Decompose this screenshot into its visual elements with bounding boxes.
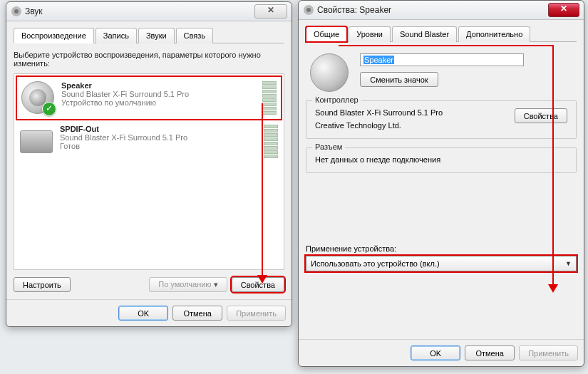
apply-button[interactable]: Применить	[519, 346, 578, 360]
titlebar[interactable]: Свойства: Speaker ✕	[299, 1, 584, 20]
level-meter	[264, 125, 278, 158]
jack-info: Нет данных о гнезде подключения	[315, 155, 567, 164]
usage-section: Применение устройства: Использовать это …	[306, 244, 577, 271]
ok-button[interactable]: OK	[411, 346, 460, 360]
window-title: Звук	[25, 6, 254, 16]
group-title: Разъем	[312, 142, 345, 151]
speaker-icon: ✓	[21, 81, 54, 114]
close-button[interactable]: ✕	[548, 3, 579, 17]
device-driver: Sound Blaster X-Fi Surround 5.1 Pro	[60, 133, 257, 142]
dialog-buttons: OK Отмена Применить	[299, 339, 584, 366]
controller-group: Контроллер Sound Blaster X-Fi Surround 5…	[306, 100, 577, 139]
configure-button[interactable]: Настроить	[14, 277, 71, 292]
speaker-icon	[303, 4, 314, 16]
usage-selected: Использовать это устройство (вкл.)	[311, 259, 440, 268]
tabs: Воспроизведение Запись Звуки Связь	[14, 27, 284, 43]
bottom-buttons: Настроить По умолчанию Свойства	[14, 277, 284, 292]
close-button[interactable]: ✕	[254, 4, 287, 19]
sound-icon	[11, 6, 22, 17]
controller-name: Sound Blaster X-Fi Surround 5.1 Pro	[315, 108, 509, 117]
device-name: SPDIF-Out	[60, 125, 257, 133]
svg-point-3	[306, 8, 311, 12]
spdif-icon	[20, 130, 53, 153]
properties-window: Свойства: Speaker ✕ Общие Уровни Sound B…	[298, 0, 584, 367]
device-row-speaker[interactable]: ✓ Speaker Sound Blaster X-Fi Surround 5.…	[17, 77, 281, 119]
jack-group: Разъем Нет данных о гнезде подключения	[306, 147, 577, 173]
device-name-input[interactable]: Speaker	[360, 53, 524, 66]
cancel-button[interactable]: Отмена	[465, 346, 515, 360]
device-status: Устройство по умолчанию	[61, 98, 255, 107]
svg-point-1	[14, 9, 19, 14]
sound-window: Звук ✕ Воспроизведение Запись Звуки Связ…	[6, 1, 292, 327]
dialog-buttons: OK Отмена Применить	[6, 299, 292, 326]
group-title: Контроллер	[312, 95, 361, 104]
tab-levels[interactable]: Уровни	[349, 26, 391, 42]
controller-vendor: Creative Technology Ltd.	[315, 121, 509, 130]
titlebar[interactable]: Звук ✕	[6, 2, 292, 21]
apply-button[interactable]: Применить	[227, 306, 286, 321]
tab-playback[interactable]: Воспроизведение	[14, 28, 94, 43]
tab-soundblaster[interactable]: Sound Blaster	[392, 26, 457, 42]
tab-general[interactable]: Общие	[306, 26, 347, 42]
device-driver: Sound Blaster X-Fi Surround 5.1 Pro	[61, 90, 255, 98]
chevron-down-icon: ▼	[565, 260, 572, 267]
level-meter	[262, 81, 277, 115]
tab-advanced[interactable]: Дополнительно	[458, 26, 530, 42]
usage-label: Применение устройства:	[306, 244, 577, 253]
cancel-button[interactable]: Отмена	[172, 306, 222, 321]
device-large-icon	[310, 53, 349, 92]
device-info: Speaker Sound Blaster X-Fi Surround 5.1 …	[61, 81, 255, 107]
tabs: Общие Уровни Sound Blaster Дополнительно	[306, 26, 577, 42]
device-name: Speaker	[61, 81, 255, 90]
window-title: Свойства: Speaker	[317, 5, 548, 15]
set-default-button[interactable]: По умолчанию	[149, 277, 227, 292]
change-icon-button[interactable]: Сменить значок	[360, 72, 438, 87]
ok-button[interactable]: OK	[118, 306, 168, 321]
device-status: Готов	[60, 142, 257, 150]
device-row-spdif[interactable]: SPDIF-Out Sound Blaster X-Fi Surround 5.…	[16, 120, 282, 162]
tab-communications[interactable]: Связь	[176, 28, 213, 43]
device-list[interactable]: ✓ Speaker Sound Blaster X-Fi Surround 5.…	[14, 73, 284, 270]
usage-combobox[interactable]: Использовать это устройство (вкл.) ▼	[306, 256, 577, 271]
controller-properties-button[interactable]: Свойства	[515, 108, 567, 123]
device-info: SPDIF-Out Sound Blaster X-Fi Surround 5.…	[60, 125, 257, 150]
tab-recording[interactable]: Запись	[96, 28, 137, 43]
instruction-text: Выберите устройство воспроизведения, пар…	[14, 51, 284, 68]
default-check-icon: ✓	[42, 102, 56, 116]
tab-sounds[interactable]: Звуки	[138, 28, 175, 43]
